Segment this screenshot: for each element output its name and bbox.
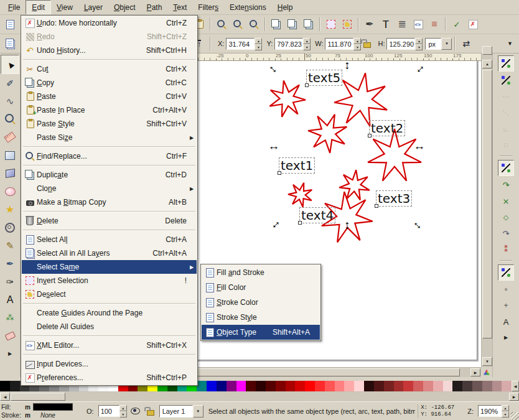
tweak-tool[interactable]: ∿ [1,92,19,110]
palette-swatch[interactable] [394,381,404,391]
menu-item-make-bitmap-copy[interactable]: Make a Bitmap CopyAlt+B [22,195,197,209]
menu-item-find-replace[interactable]: Find/Replace...Ctrl+F [22,149,197,163]
text-object[interactable]: text4 [299,207,335,223]
menu-item-redo[interactable]: RedoShift+Ctrl+Z [22,30,197,44]
star-shape[interactable] [368,129,421,181]
scroll-up-icon[interactable]: ▲ [482,60,492,68]
snap-cusp-nodes-button[interactable]: ◇ [498,210,513,225]
snap-enabled-button[interactable] [498,55,514,72]
duplicate-button[interactable] [268,16,284,32]
menu-item-duplicate[interactable]: DuplicateCtrl+D [22,168,197,182]
zoom-drawing-button[interactable] [230,16,246,32]
menu-object[interactable]: Object [108,0,141,14]
palette-swatch[interactable] [384,381,394,391]
palette-swatch[interactable] [403,381,413,391]
menu-item-same-fill-and-stroke[interactable]: Fill and Stroke [202,265,320,280]
palette-swatch[interactable] [256,381,266,391]
snap-others-button[interactable] [498,264,514,281]
selection-scale-handle[interactable]: ↔ [268,140,280,152]
palette-swatch[interactable] [207,381,217,391]
palette-swatch[interactable] [433,381,443,391]
palette-swatch[interactable] [10,381,20,391]
layers-dialog-button[interactable]: ≣ [394,16,410,32]
menu-item-delete[interactable]: DeleteDelete [22,214,197,228]
snap-object-centers-button[interactable]: ∘ [498,282,513,297]
palette-swatch[interactable] [374,381,384,391]
menu-path[interactable]: Path [141,0,168,14]
palette-scroll-left-icon[interactable]: ◀ [0,393,10,401]
snap-line-midpoints-button[interactable]: ⁑ [498,242,513,257]
zoom-selection-button[interactable] [213,16,230,32]
palette-swatch[interactable] [443,381,453,391]
snap-rotation-centers-button[interactable]: + [498,298,513,313]
palette-prev-icon[interactable]: ◀ [512,381,519,391]
text-dialog-button[interactable]: T [378,16,394,32]
palette-swatch[interactable] [335,381,345,391]
menu-item-same-fill-color[interactable]: Fill Color [202,280,320,295]
toolbox-overflow[interactable]: ▶ [1,345,19,363]
lock-ratio-button[interactable] [361,37,373,50]
menu-item-undo-history[interactable]: ↶Undo History...Shift+Ctrl+H [22,44,197,57]
unknown-dialog-button[interactable] [465,16,481,32]
measure-tool[interactable] [1,128,19,146]
menu-item-same-stroke-color[interactable]: Stroke Color [202,295,320,310]
menu-item-select-all-layers[interactable]: Select All in All LayersCtrl+Alt+A [22,246,197,260]
menu-item-create-guides[interactable]: Create Guides Around the Page [22,306,197,320]
box3d-tool[interactable] [1,164,19,182]
zoom-spinner[interactable]: 190%▲▼ [478,405,509,417]
chevron-down-icon[interactable]: ▼ [193,405,203,418]
palette-swatch[interactable] [286,381,296,391]
y-spinner[interactable]: 797.823▲▼ [274,38,311,50]
ellipse-tool[interactable] [1,182,19,200]
toolbar-overflow-arrow[interactable]: ▼ [507,40,513,47]
menu-item-same-stroke-style[interactable]: Stroke Style [202,310,320,325]
select-all-button[interactable] [2,35,18,52]
star-shape[interactable] [308,114,347,153]
spin-down-icon[interactable]: ▼ [353,44,361,50]
spiral-tool[interactable] [1,218,19,236]
scroll-right-icon[interactable]: ▶ [470,368,480,376]
snap-text-baseline-button[interactable]: A [498,314,513,329]
spin-up-icon[interactable]: ▲ [255,38,262,44]
palette-swatch[interactable] [462,381,472,391]
selection-scale-handle[interactable]: ↕ [344,219,350,231]
palette-swatch[interactable] [325,381,335,391]
layer-visibility-button[interactable] [129,405,142,418]
affect-transform-button[interactable]: ⇄ [458,35,474,52]
palette-swatch[interactable] [364,381,374,391]
menu-item-invert-selection[interactable]: Invert Selection! [22,274,197,287]
color-managed-view-button[interactable] [481,367,492,377]
menu-item-preferences[interactable]: Preferences...Shift+Ctrl+P [22,371,197,385]
palette-swatch[interactable] [315,381,325,391]
menu-view[interactable]: View [51,0,78,14]
menu-help[interactable]: Help [272,0,299,14]
snap-smooth-nodes-button[interactable]: ↷ [498,226,513,241]
menu-filters[interactable]: Filters [192,0,224,14]
menu-item-clone[interactable]: Clone▶ [22,182,197,195]
selector-tool[interactable]: ▲ [1,55,19,74]
palette-swatch[interactable] [344,381,354,391]
x-spinner[interactable]: 31.764▲▼ [226,38,262,50]
vertical-scrollbar[interactable]: ▲ ▼ [481,54,492,367]
palette-swatch[interactable] [413,381,423,391]
resize-grip[interactable] [511,412,519,420]
spray-tool[interactable]: ⁂ [1,309,19,327]
eraser-tool[interactable] [1,327,19,345]
palette-swatch[interactable] [266,381,276,391]
snap-bbox-edges-button[interactable]: ⋯ [498,89,513,104]
menu-item-cut[interactable]: ✂CutCtrl+X [22,62,197,76]
spin-down-icon[interactable]: ▼ [303,44,311,50]
palette-swatch[interactable] [227,381,236,391]
menu-file[interactable]: File [2,0,26,14]
w-spinner[interactable]: 111.870▲▼ [325,38,361,50]
fill-stroke-dialog-button[interactable]: ✒ [362,16,378,32]
menu-layer[interactable]: Layer [78,0,108,14]
menu-item-paste-size[interactable]: Paste Size▶ [22,131,197,144]
chevron-down-icon[interactable]: ▼ [441,38,452,50]
spin-down-icon[interactable]: ▼ [255,44,262,50]
menu-edit[interactable]: Edit [26,0,51,14]
star-tool[interactable]: ★ [1,200,19,218]
star-shape[interactable] [288,183,312,207]
spin-up-icon[interactable]: ▲ [353,38,361,44]
palette-swatch[interactable] [472,381,482,391]
